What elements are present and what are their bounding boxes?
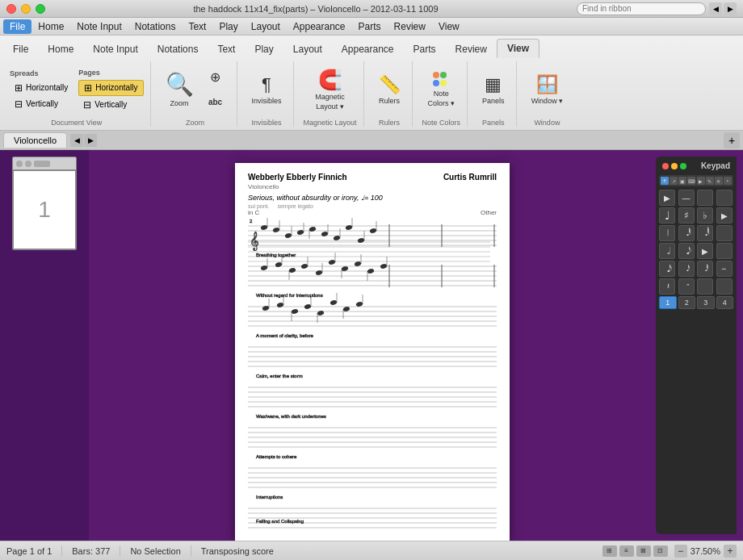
keypad-close[interactable] [662, 163, 669, 169]
minimize-button[interactable] [21, 4, 31, 14]
tab-notations[interactable]: Notations [148, 40, 208, 58]
tab-appearance[interactable]: Appearance [332, 40, 404, 58]
kp-tool-x[interactable]: ✕ [715, 177, 723, 185]
menu-review[interactable]: Review [388, 19, 432, 34]
menu-file[interactable]: File [3, 19, 31, 34]
btn-magnetic-layout[interactable]: 🧲 Magnetic Layout ▾ [310, 65, 350, 114]
tab-layout[interactable]: Layout [283, 40, 332, 58]
menu-home[interactable]: Home [31, 19, 70, 34]
btn-spreads-horizontally[interactable]: ⊞ Horizontally [10, 81, 73, 95]
keypad-minimize[interactable] [671, 163, 678, 169]
btn-invisibles[interactable]: ¶ Invisibles [247, 65, 287, 114]
kp-num-4[interactable]: 4 [716, 296, 734, 309]
tab-play[interactable]: Play [245, 40, 283, 58]
view-icon-3[interactable]: ⊠ [636, 545, 651, 557]
kp-btn-arrow-right[interactable]: ▶ [659, 190, 675, 206]
tab-file[interactable]: File [3, 40, 38, 58]
menu-notations[interactable]: Notations [128, 19, 183, 34]
kp-num-1[interactable]: 1 [659, 296, 677, 309]
ribbon-group-note-colors: Note Colors ▾ Note Colors [419, 61, 468, 127]
menu-layout[interactable]: Layout [245, 19, 287, 34]
menu-view[interactable]: View [432, 19, 466, 34]
kp-btn-arrow-r2[interactable]: ▶ [716, 207, 733, 224]
pages-label: Pages [78, 67, 143, 78]
menu-note-input[interactable]: Note Input [70, 19, 128, 34]
tab-note-input[interactable]: Note Input [83, 40, 147, 58]
kp-num-2[interactable]: 2 [678, 296, 696, 309]
btn-note-colors[interactable]: Note Colors ▾ [423, 65, 460, 114]
kp-tool-key[interactable]: ⌨ [687, 177, 695, 185]
menu-parts[interactable]: Parts [352, 19, 388, 34]
tab-text[interactable]: Text [208, 40, 245, 58]
tab-arrow-right[interactable]: ▶ [84, 134, 97, 147]
nav-prev[interactable]: ◀ [709, 2, 722, 15]
add-tab-button[interactable]: + [724, 132, 740, 148]
nav-next[interactable]: ▶ [724, 2, 737, 15]
doc-tab-violoncello[interactable]: Violoncello [3, 132, 67, 148]
kp-btn-sharp[interactable]: ♯ [678, 207, 695, 224]
find-in-ribbon-input[interactable] [577, 2, 706, 15]
kp-btn-note7[interactable]: 𝅘𝅥𝅰 [678, 261, 695, 277]
kp-tool-box[interactable]: ▣ [678, 177, 686, 185]
btn-spreads-vertically[interactable]: ⊟ Vertically [10, 97, 73, 111]
keypad-number-row: 1 2 3 4 [659, 296, 733, 309]
zoom-out-button[interactable]: − [674, 545, 687, 558]
kp-btn-tie[interactable]: ⌢ [716, 261, 733, 277]
kp-btn-barline[interactable]: 𝄁 [659, 225, 675, 241]
btn-zoom-abc[interactable]: abc [201, 91, 230, 114]
close-button[interactable] [6, 4, 16, 14]
btn-pages-vertically[interactable]: ⊟ Vertically [78, 98, 143, 112]
tab-arrow-left[interactable]: ◀ [70, 134, 83, 147]
kp-tool-cursor[interactable]: ↗ [670, 177, 678, 185]
kp-btn-note5[interactable]: 𝅘𝅥𝅮 [678, 243, 695, 259]
kp-num-3[interactable]: 3 [697, 296, 715, 309]
kp-btn-empty2[interactable] [716, 190, 733, 206]
kp-btn-dash[interactable]: — [678, 190, 695, 206]
btn-rulers[interactable]: 📏 Rulers [374, 65, 405, 114]
kp-btn-empty5[interactable] [697, 278, 713, 295]
kp-btn-natural[interactable]: ♭ [697, 207, 713, 224]
kp-btn-arrow-r3[interactable]: ▶ [697, 243, 713, 259]
music-notation-area[interactable]: Breathing together Without regard for in… [248, 218, 497, 533]
kp-btn-empty6[interactable] [716, 278, 733, 295]
kp-btn-note6[interactable]: 𝅘𝅥𝅯 [659, 261, 675, 277]
kp-btn-note4[interactable]: 𝅗𝅥 [659, 243, 675, 259]
kp-tool-arrow[interactable]: ▶ [697, 177, 705, 185]
kp-btn-empty4[interactable] [716, 243, 733, 259]
btn-zoom-detail[interactable]: ⊕ [201, 65, 230, 90]
kp-tool-eye[interactable]: 👁 [661, 177, 669, 185]
view-icon-1[interactable]: ⊞ [602, 545, 617, 557]
keypad-expand[interactable] [680, 163, 686, 169]
svg-text:Without regard for interruptio: Without regard for interruptions [256, 293, 323, 298]
btn-window[interactable]: 🪟 Window ▾ [527, 65, 569, 114]
kp-tool-dot[interactable]: • [724, 177, 732, 185]
btn-pages-horizontally[interactable]: ⊞ Horizontally [78, 80, 143, 96]
kp-btn-rest2[interactable]: 𝄻 [678, 278, 695, 295]
btn-panels[interactable]: ▦ Panels [477, 65, 510, 114]
rulers-group-label: Rulers [379, 117, 400, 127]
fullscreen-button[interactable] [36, 4, 45, 14]
kp-btn-note1[interactable]: ♩ [659, 207, 675, 224]
tab-parts[interactable]: Parts [404, 40, 446, 58]
kp-btn-empty3[interactable] [716, 225, 733, 241]
kp-btn-note8[interactable]: 𝅘𝅥𝅱 [697, 261, 713, 277]
kp-tool-edit[interactable]: ✎ [706, 177, 714, 185]
window-title: the haddock 11x14_fix(parts) – Violoncel… [55, 4, 577, 14]
tab-view[interactable]: View [497, 39, 539, 58]
menu-appearance[interactable]: Appearance [287, 19, 352, 34]
note-colors-label: Note [434, 90, 449, 98]
menu-text[interactable]: Text [182, 19, 212, 34]
view-icon-2[interactable]: ≡ [619, 545, 634, 557]
rulers-label: Rulers [379, 97, 400, 105]
kp-btn-note2[interactable]: 𝅘𝅥𝅱 [678, 225, 695, 241]
menu-play[interactable]: Play [212, 19, 244, 34]
tab-home[interactable]: Home [38, 40, 83, 58]
zoom-in-button[interactable]: + [724, 545, 737, 558]
tab-review[interactable]: Review [446, 40, 497, 58]
kp-btn-empty1[interactable] [697, 190, 713, 206]
page-thumbnail[interactable]: 1 [12, 169, 77, 250]
kp-btn-note3[interactable]: 𝅘𝅥𝅲 [697, 225, 713, 241]
view-icon-4[interactable]: ⊡ [653, 545, 668, 557]
btn-zoom[interactable]: 🔍 Zoom [161, 65, 199, 114]
kp-btn-rest1[interactable]: 𝄽 [659, 278, 675, 295]
